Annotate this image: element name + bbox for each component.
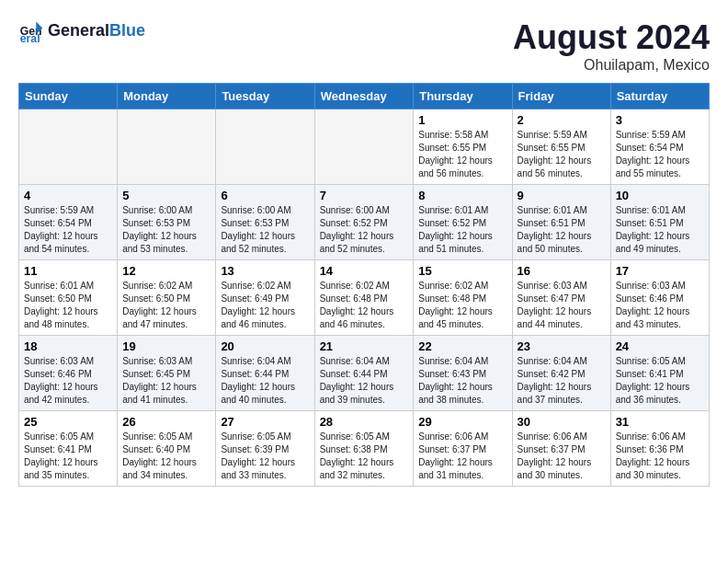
day-header: Saturday [610,84,709,109]
calendar-cell [216,109,314,185]
day-info: Sunrise: 6:05 AM Sunset: 6:41 PM Dayligh… [616,355,704,407]
day-number: 6 [221,189,309,202]
day-info: Sunrise: 6:02 AM Sunset: 6:48 PM Dayligh… [418,280,506,331]
day-info: Sunrise: 6:02 AM Sunset: 6:50 PM Dayligh… [122,280,210,331]
calendar-cell: 20Sunrise: 6:04 AM Sunset: 6:44 PM Dayli… [216,336,314,411]
day-info: Sunrise: 5:59 AM Sunset: 6:54 PM Dayligh… [616,129,704,180]
day-number: 31 [616,415,704,429]
day-number: 14 [320,264,409,278]
day-number: 28 [320,415,409,429]
day-number: 30 [518,415,606,429]
day-info: Sunrise: 6:05 AM Sunset: 6:39 PM Dayligh… [221,431,309,482]
calendar-cell: 3Sunrise: 5:59 AM Sunset: 6:54 PM Daylig… [610,109,709,185]
day-info: Sunrise: 6:04 AM Sunset: 6:44 PM Dayligh… [221,355,309,407]
calendar-cell: 11Sunrise: 6:01 AM Sunset: 6:50 PM Dayli… [19,260,118,336]
day-info: Sunrise: 6:06 AM Sunset: 6:37 PM Dayligh… [518,431,606,482]
day-number: 26 [122,415,210,429]
calendar-cell: 1Sunrise: 5:58 AM Sunset: 6:55 PM Daylig… [414,109,512,185]
day-number: 13 [221,264,309,278]
day-number: 8 [418,189,506,202]
day-info: Sunrise: 6:04 AM Sunset: 6:42 PM Dayligh… [518,355,606,407]
day-number: 16 [518,264,606,278]
day-number: 17 [616,264,704,278]
day-number: 5 [122,189,210,202]
calendar-cell: 21Sunrise: 6:04 AM Sunset: 6:44 PM Dayli… [314,336,414,411]
day-info: Sunrise: 6:01 AM Sunset: 6:50 PM Dayligh… [24,280,112,331]
calendar-cell: 16Sunrise: 6:03 AM Sunset: 6:47 PM Dayli… [512,260,610,336]
calendar-cell: 17Sunrise: 6:03 AM Sunset: 6:46 PM Dayli… [610,260,709,336]
day-number: 22 [418,339,506,353]
day-info: Sunrise: 6:04 AM Sunset: 6:43 PM Dayligh… [418,355,506,407]
page-subtitle: Ohuilapam, Mexico [513,57,710,74]
day-info: Sunrise: 6:03 AM Sunset: 6:45 PM Dayligh… [122,355,210,407]
calendar-cell [314,109,414,185]
day-number: 24 [616,339,704,353]
day-info: Sunrise: 5:58 AM Sunset: 6:55 PM Dayligh… [418,129,506,180]
calendar-cell: 15Sunrise: 6:02 AM Sunset: 6:48 PM Dayli… [414,260,512,336]
calendar-cell: 27Sunrise: 6:05 AM Sunset: 6:39 PM Dayli… [216,411,314,487]
calendar-cell: 6Sunrise: 6:00 AM Sunset: 6:53 PM Daylig… [216,185,314,260]
day-info: Sunrise: 6:03 AM Sunset: 6:46 PM Dayligh… [616,280,704,331]
day-number: 27 [221,415,309,429]
calendar-cell: 5Sunrise: 6:00 AM Sunset: 6:53 PM Daylig… [118,185,216,260]
calendar-cell: 10Sunrise: 6:01 AM Sunset: 6:51 PM Dayli… [610,185,709,260]
day-info: Sunrise: 5:59 AM Sunset: 6:55 PM Dayligh… [518,129,606,180]
day-info: Sunrise: 6:05 AM Sunset: 6:41 PM Dayligh… [24,431,112,482]
day-number: 12 [122,264,210,278]
calendar-cell: 31Sunrise: 6:06 AM Sunset: 6:36 PM Dayli… [610,411,709,487]
day-number: 15 [418,264,506,278]
day-number: 11 [24,264,112,278]
day-info: Sunrise: 6:00 AM Sunset: 6:52 PM Dayligh… [320,204,409,256]
day-number: 1 [418,113,506,127]
day-number: 29 [418,415,506,429]
calendar-cell: 30Sunrise: 6:06 AM Sunset: 6:37 PM Dayli… [512,411,610,487]
day-number: 3 [616,113,704,127]
day-number: 10 [616,189,704,202]
calendar-cell: 12Sunrise: 6:02 AM Sunset: 6:50 PM Dayli… [118,260,216,336]
day-info: Sunrise: 6:05 AM Sunset: 6:40 PM Dayligh… [122,431,210,482]
logo-text: GeneralBlue [48,22,145,40]
day-info: Sunrise: 6:00 AM Sunset: 6:53 PM Dayligh… [122,204,210,256]
calendar-week-row: 1Sunrise: 5:58 AM Sunset: 6:55 PM Daylig… [19,109,710,185]
day-info: Sunrise: 6:01 AM Sunset: 6:51 PM Dayligh… [518,204,606,256]
day-info: Sunrise: 6:03 AM Sunset: 6:47 PM Dayligh… [518,280,606,331]
day-info: Sunrise: 6:02 AM Sunset: 6:49 PM Dayligh… [221,280,309,331]
day-header: Friday [512,84,610,109]
calendar-table: SundayMondayTuesdayWednesdayThursdayFrid… [18,83,710,487]
calendar-cell: 7Sunrise: 6:00 AM Sunset: 6:52 PM Daylig… [314,185,414,260]
calendar-week-row: 18Sunrise: 6:03 AM Sunset: 6:46 PM Dayli… [19,336,710,411]
calendar-cell: 25Sunrise: 6:05 AM Sunset: 6:41 PM Dayli… [19,411,118,487]
calendar-cell: 4Sunrise: 5:59 AM Sunset: 6:54 PM Daylig… [19,185,118,260]
calendar-week-row: 25Sunrise: 6:05 AM Sunset: 6:41 PM Dayli… [19,411,710,487]
calendar-cell: 18Sunrise: 6:03 AM Sunset: 6:46 PM Dayli… [19,336,118,411]
title-block: August 2024 Ohuilapam, Mexico [513,18,710,74]
day-header: Wednesday [314,84,414,109]
day-info: Sunrise: 6:06 AM Sunset: 6:36 PM Dayligh… [616,431,704,482]
day-number: 2 [518,113,606,127]
calendar-cell: 23Sunrise: 6:04 AM Sunset: 6:42 PM Dayli… [512,336,610,411]
page-title: August 2024 [513,18,710,57]
calendar-cell: 9Sunrise: 6:01 AM Sunset: 6:51 PM Daylig… [512,185,610,260]
day-info: Sunrise: 6:03 AM Sunset: 6:46 PM Dayligh… [24,355,112,407]
calendar-cell: 13Sunrise: 6:02 AM Sunset: 6:49 PM Dayli… [216,260,314,336]
calendar-cell: 29Sunrise: 6:06 AM Sunset: 6:37 PM Dayli… [414,411,512,487]
day-info: Sunrise: 6:01 AM Sunset: 6:51 PM Dayligh… [616,204,704,256]
logo: Gen eral GeneralBlue [18,18,145,44]
day-header: Sunday [19,84,118,109]
day-info: Sunrise: 6:04 AM Sunset: 6:44 PM Dayligh… [320,355,409,407]
day-header: Thursday [414,84,512,109]
calendar-cell [118,109,216,185]
calendar-cell: 24Sunrise: 6:05 AM Sunset: 6:41 PM Dayli… [610,336,709,411]
calendar-week-row: 4Sunrise: 5:59 AM Sunset: 6:54 PM Daylig… [19,185,710,260]
day-number: 4 [24,189,112,202]
day-info: Sunrise: 6:06 AM Sunset: 6:37 PM Dayligh… [418,431,506,482]
calendar-week-row: 11Sunrise: 6:01 AM Sunset: 6:50 PM Dayli… [19,260,710,336]
day-number: 25 [24,415,112,429]
day-number: 9 [518,189,606,202]
day-info: Sunrise: 6:01 AM Sunset: 6:52 PM Dayligh… [418,204,506,256]
day-info: Sunrise: 6:00 AM Sunset: 6:53 PM Dayligh… [221,204,309,256]
day-number: 20 [221,339,309,353]
calendar-cell: 14Sunrise: 6:02 AM Sunset: 6:48 PM Dayli… [314,260,414,336]
day-number: 23 [518,339,606,353]
day-number: 19 [122,339,210,353]
